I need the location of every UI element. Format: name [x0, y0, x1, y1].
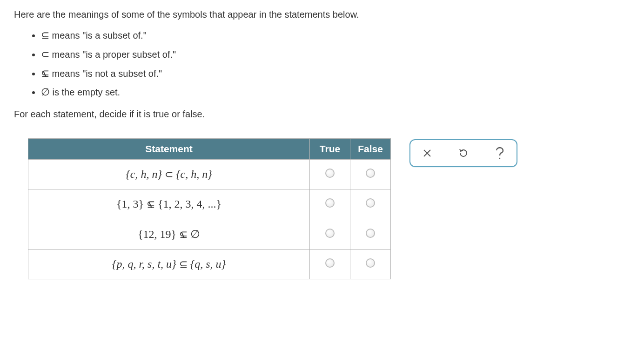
statements-table: Statement True False {c, h, n} ⊂ {c, h, …	[28, 138, 391, 279]
row3-false-radio[interactable]	[366, 229, 375, 238]
undo-icon	[458, 148, 469, 159]
stmt4-right: {q, s, u}	[190, 258, 226, 270]
stmt3-left: {12, 19}	[138, 228, 176, 240]
row3-false-cell	[350, 219, 391, 250]
instruction-text: For each statement, decide if it is true…	[14, 109, 630, 120]
statement-4: {p, q, r, s, t, u} ⊆ {q, s, u}	[28, 250, 310, 279]
row4-true-cell	[310, 250, 350, 279]
row3-true-radio[interactable]	[325, 229, 335, 238]
header-false: False	[350, 139, 391, 160]
statement-1: {c, h, n} ⊂ {c, h, n}	[28, 160, 310, 189]
row1-true-radio[interactable]	[325, 169, 335, 178]
row1-true-cell	[310, 160, 350, 189]
header-statement: Statement	[28, 139, 310, 160]
help-icon	[494, 146, 506, 160]
stmt1-symbol: ⊂	[165, 169, 173, 180]
reset-button[interactable]	[457, 147, 470, 160]
row4-false-radio[interactable]	[366, 258, 375, 268]
stmt1-right: {c, h, n}	[176, 168, 212, 180]
clear-button[interactable]	[421, 147, 434, 160]
def-subset: ⊆ means "is a subset of."	[41, 28, 630, 43]
toolbar	[409, 139, 517, 167]
def-not-subset: ⊆ means "is not a subset of."	[41, 67, 630, 81]
def-notsubset-text: means "is not a subset of."	[52, 68, 162, 79]
def-empty-text: is the empty set.	[53, 87, 121, 97]
stmt3-symbol: ⊆	[179, 229, 188, 241]
row4-false-cell	[350, 250, 391, 279]
stmt1-left: {c, h, n}	[126, 168, 162, 180]
definitions-list: ⊆ means "is a subset of." ⊂ means "is a …	[14, 28, 630, 100]
def-subset-text: means "is a subset of."	[52, 30, 147, 40]
row1-false-radio[interactable]	[366, 169, 375, 178]
statement-2: {1, 3} ⊆ {1, 2, 3, 4, ...}	[28, 189, 310, 219]
table-header-row: Statement True False	[28, 139, 391, 160]
row4-true-radio[interactable]	[325, 258, 335, 268]
row2-true-radio[interactable]	[325, 198, 335, 208]
def-proper-text: means "is a proper subset of."	[52, 49, 176, 60]
empty-set-symbol: ∅	[41, 86, 50, 98]
table-row: {c, h, n} ⊂ {c, h, n}	[28, 160, 391, 189]
help-button[interactable]	[493, 147, 506, 160]
table-row: {p, q, r, s, t, u} ⊆ {q, s, u}	[28, 250, 391, 279]
stmt2-left: {1, 3}	[116, 198, 144, 210]
row1-false-cell	[350, 160, 391, 189]
stmt3-right: ∅	[190, 228, 200, 240]
header-true: True	[310, 139, 350, 160]
row2-true-cell	[310, 189, 350, 219]
def-empty-set: ∅ is the empty set.	[41, 85, 630, 100]
stmt4-symbol: ⊆	[179, 258, 188, 270]
stmt2-right: {1, 2, 3, 4, ...}	[158, 198, 221, 210]
row3-true-cell	[310, 219, 350, 250]
stmt2-symbol: ⊆	[147, 198, 155, 210]
proper-subset-symbol: ⊂	[41, 48, 49, 60]
def-proper-subset: ⊂ means "is a proper subset of."	[41, 47, 630, 62]
stmt4-left: {p, q, r, s, t, u}	[112, 258, 176, 270]
not-subset-symbol: ⊆	[41, 67, 49, 81]
subset-symbol: ⊆	[41, 29, 49, 41]
svg-point-2	[499, 158, 501, 159]
intro-text: Here are the meanings of some of the sym…	[14, 9, 630, 20]
row2-false-radio[interactable]	[366, 198, 375, 208]
row2-false-cell	[350, 189, 391, 219]
close-icon	[423, 148, 432, 158]
table-row: {12, 19} ⊆ ∅	[28, 219, 391, 250]
statement-3: {12, 19} ⊆ ∅	[28, 219, 310, 250]
table-row: {1, 3} ⊆ {1, 2, 3, 4, ...}	[28, 189, 391, 219]
